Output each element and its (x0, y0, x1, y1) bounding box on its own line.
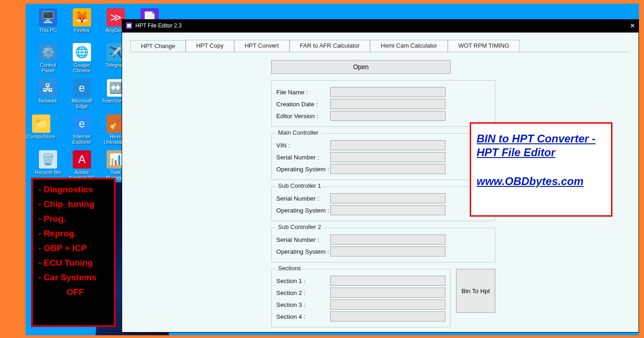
recycle-bin-icon: 🗑️ (39, 150, 57, 169)
legend-sections: Sections (276, 265, 303, 272)
icon-network[interactable]: 🖧Network (31, 79, 65, 104)
ie-icon: e (73, 114, 91, 133)
input-sub1-serial[interactable] (330, 193, 445, 203)
label-vin: VIN : (276, 142, 330, 149)
desktop: 🖥️This PC 🦊Firefox ≫AnyDesk 📄 ⚙️Control … (26, 4, 639, 335)
group-sub2: Sub Controller 2 Serial Number : Operati… (271, 228, 495, 262)
bin-to-hpt-button[interactable]: Bin To Hpt (456, 269, 495, 313)
input-editor-version[interactable] (330, 111, 445, 121)
label-sub2-serial: Serial Number : (276, 236, 330, 243)
promo-left: - Diagnostics - Chip_tuning - Prog. - Re… (31, 178, 116, 327)
legend-main: Main Controller (276, 129, 320, 136)
app-title: HPT File Editor 2.3 (135, 22, 182, 29)
icon-chrome[interactable]: 🌐Google Chrome (65, 43, 99, 73)
input-sub2-os[interactable] (330, 246, 445, 256)
promo-line: - Diagnostics (38, 182, 112, 197)
group-main-controller: Main Controller VIN : Serial Number : Op… (271, 133, 495, 180)
icon-edge[interactable]: eMicrosoft Edge (65, 79, 99, 109)
icon-control-panel[interactable]: ⚙️Control Panel (31, 43, 65, 73)
titlebar[interactable]: HPT File Editor 2.3 ✕ (122, 19, 639, 32)
input-section1[interactable] (330, 276, 445, 286)
app-window: HPT File Editor 2.3 ✕ HPT Change HPT Cop… (122, 19, 639, 333)
icon-firefox[interactable]: 🦊Firefox (65, 8, 99, 33)
label-sub1-os: Operating System : (276, 207, 330, 214)
label-section3: Section 3 : (276, 301, 330, 308)
promo-line: - Chip_tuning (38, 197, 112, 212)
input-sub1-os[interactable] (330, 205, 445, 215)
close-icon[interactable]: ✕ (630, 22, 635, 29)
legend-sub2: Sub Controller 2 (276, 224, 323, 230)
label-editor-version: Editor Version : (276, 113, 330, 120)
tabs: HPT Change HPT Copy HPT Convert FAR to A… (130, 40, 520, 52)
input-main-serial[interactable] (330, 152, 445, 162)
promo-right: BIN to HPT Converter - HPT File Editor w… (470, 122, 612, 217)
open-button[interactable]: Open (271, 60, 451, 74)
label-file-name: File Name : (276, 89, 330, 96)
icon-compustore[interactable]: 📁CompuStore (26, 114, 58, 139)
chrome-icon: 🌐 (73, 43, 91, 61)
group-file-info: File Name : Creation Date : Editor Versi… (271, 80, 495, 127)
control-panel-icon: ⚙️ (39, 43, 57, 61)
promo-line: - Car Systems (38, 270, 112, 285)
app-icon (125, 22, 133, 29)
tab-far-afr[interactable]: FAR to AFR Calculator (290, 40, 370, 52)
browser-frame: 🖥️This PC 🦊Firefox ≫AnyDesk 📄 ⚙️Control … (0, 0, 644, 338)
input-creation-date[interactable] (330, 99, 445, 109)
icon-acrobat[interactable]: AAdobe Acrobat DC (65, 150, 99, 180)
sections-wrap: Sections Section 1 : Section 2 : Section… (271, 262, 495, 327)
group-sections: Sections Section 1 : Section 2 : Section… (271, 269, 451, 327)
network-icon: 🖧 (39, 79, 57, 97)
client-area: HPT Change HPT Copy HPT Convert FAR to A… (122, 32, 639, 333)
promo-line: - Reprog. (38, 226, 112, 241)
acrobat-icon: A (73, 150, 91, 169)
tab-hemi-cam[interactable]: Hemi Cam Calculator (370, 40, 448, 52)
svg-rect-1 (127, 24, 131, 27)
tab-wot-rpm[interactable]: WOT RPM TIMING (448, 40, 520, 52)
promo-line: - OBP + ICP (38, 241, 112, 256)
label-section4: Section 4 : (276, 313, 330, 320)
input-file-name[interactable] (330, 87, 445, 97)
firefox-icon: 🦊 (73, 8, 91, 27)
icon-this-pc[interactable]: 🖥️This PC (31, 8, 65, 33)
input-sub2-serial[interactable] (330, 234, 445, 245)
group-sub1: Sub Controller 1 Serial Number : Operati… (271, 186, 495, 221)
promo-line: - ECU Tuning (38, 256, 112, 270)
tab-hpt-copy[interactable]: HPT Copy (186, 40, 234, 52)
tab-hpt-change[interactable]: HPT Change (130, 40, 186, 52)
compustore-icon: 📁 (32, 114, 50, 133)
icon-ie[interactable]: eInternet Explorer (65, 114, 99, 145)
label-sub1-serial: Serial Number : (276, 195, 330, 202)
input-vin[interactable] (330, 140, 445, 150)
label-creation-date: Creation Date : (276, 101, 330, 108)
promo-right-title: BIN to HPT Converter - HPT File Editor (477, 132, 606, 159)
input-section2[interactable] (330, 288, 445, 298)
tab-hpt-convert[interactable]: HPT Convert (234, 40, 290, 52)
promo-line: - Prog. (38, 212, 112, 226)
promo-line: OFF (38, 285, 112, 300)
input-section3[interactable] (330, 300, 445, 310)
pc-icon: 🖥️ (39, 8, 57, 27)
input-section4[interactable] (330, 311, 445, 322)
label-sub2-os: Operating System : (276, 248, 330, 255)
icon-recycle-bin[interactable]: 🗑️Recycle Bin (31, 150, 65, 175)
label-main-serial: Serial Number : (276, 154, 330, 161)
label-main-os: Operating System : (276, 166, 330, 173)
tab-underline (130, 52, 629, 52)
input-main-os[interactable] (330, 164, 445, 174)
promo-right-url[interactable]: www.OBDbytes.com (477, 175, 606, 188)
form-column: Open File Name : Creation Date : Editor … (271, 60, 495, 335)
label-section1: Section 1 : (276, 278, 330, 284)
legend-sub1: Sub Controller 1 (276, 182, 323, 189)
label-section2: Section 2 : (276, 289, 330, 296)
edge-icon: e (73, 79, 91, 97)
